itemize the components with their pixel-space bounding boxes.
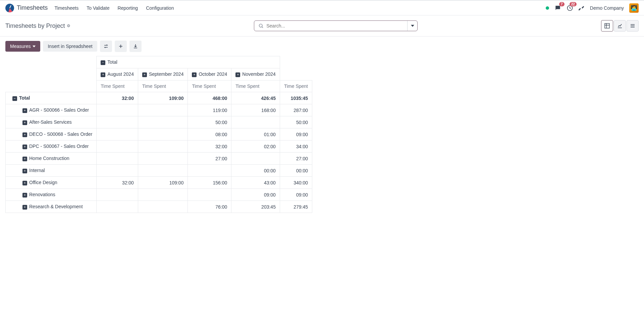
flip-axis-button[interactable]: [100, 41, 112, 52]
cell[interactable]: 27:00: [188, 153, 231, 165]
cell[interactable]: [97, 189, 138, 201]
cell[interactable]: [138, 128, 188, 141]
cell[interactable]: 203:45: [231, 201, 280, 213]
row-label[interactable]: +Research & Development: [6, 201, 97, 213]
expand-icon[interactable]: +: [22, 108, 27, 113]
cell[interactable]: [138, 141, 188, 153]
measures-button[interactable]: Measures: [5, 41, 40, 52]
cell[interactable]: 340:00: [280, 177, 312, 189]
expand-icon[interactable]: +: [22, 157, 27, 161]
expand-icon[interactable]: +: [142, 72, 147, 77]
cell[interactable]: 09:00: [280, 128, 312, 141]
collapse-icon[interactable]: −: [101, 60, 105, 65]
cell[interactable]: [188, 165, 231, 177]
view-graph-button[interactable]: [614, 20, 626, 32]
row-total-label[interactable]: −Total: [6, 92, 97, 104]
nav-to-validate[interactable]: To Validate: [87, 5, 109, 11]
insert-spreadsheet-button[interactable]: Insert in Spreadsheet: [43, 41, 97, 52]
cell[interactable]: 08:00: [188, 128, 231, 141]
expand-icon[interactable]: +: [22, 193, 27, 198]
measure-1[interactable]: Time Spent: [138, 80, 188, 92]
cell[interactable]: [97, 104, 138, 116]
view-list-button[interactable]: [627, 20, 639, 32]
search-options-button[interactable]: [407, 21, 417, 31]
row-label[interactable]: +DECO - S00068 - Sales Order: [6, 128, 97, 141]
cell[interactable]: 50:00: [188, 116, 231, 128]
cell[interactable]: [138, 165, 188, 177]
view-pivot-button[interactable]: [601, 20, 613, 32]
cell-total-3[interactable]: 426:45: [231, 92, 280, 104]
measure-0[interactable]: Time Spent: [97, 80, 138, 92]
cell[interactable]: 43:00: [231, 177, 280, 189]
cell[interactable]: 76:00: [188, 201, 231, 213]
gear-icon[interactable]: ⚙: [67, 23, 70, 28]
expand-icon[interactable]: +: [22, 181, 27, 185]
cell[interactable]: 09:00: [231, 189, 280, 201]
cell-total-4[interactable]: 1035:45: [280, 92, 312, 104]
cell[interactable]: [97, 165, 138, 177]
cell[interactable]: [138, 153, 188, 165]
col-month-2[interactable]: +October 2024: [188, 68, 231, 80]
expand-icon[interactable]: +: [22, 145, 27, 149]
expand-icon[interactable]: +: [22, 120, 27, 125]
cell[interactable]: [97, 128, 138, 141]
company-selector[interactable]: Demo Company: [590, 5, 624, 11]
download-button[interactable]: [129, 41, 142, 52]
col-month-0[interactable]: +August 2024: [97, 68, 138, 80]
cell[interactable]: 00:00: [231, 165, 280, 177]
row-label[interactable]: +Office Design: [6, 177, 97, 189]
row-label[interactable]: +Internal: [6, 165, 97, 177]
row-label[interactable]: +Home Construction: [6, 153, 97, 165]
col-total-header[interactable]: −Total: [97, 56, 280, 68]
cell-total-2[interactable]: 468:00: [188, 92, 231, 104]
expand-icon[interactable]: +: [22, 205, 27, 210]
cell[interactable]: [97, 201, 138, 213]
expand-all-button[interactable]: [115, 41, 127, 52]
measure-total[interactable]: Time Spent: [280, 80, 312, 92]
cell[interactable]: 01:00: [231, 128, 280, 141]
cell[interactable]: 156:00: [188, 177, 231, 189]
cell[interactable]: 32:00: [97, 177, 138, 189]
cell[interactable]: 00:00: [280, 165, 312, 177]
expand-icon[interactable]: +: [22, 132, 27, 137]
nav-reporting[interactable]: Reporting: [117, 5, 138, 11]
search-input[interactable]: [266, 23, 403, 29]
messages-button[interactable]: 7: [554, 5, 561, 11]
cell[interactable]: [138, 104, 188, 116]
expand-icon[interactable]: +: [235, 72, 240, 77]
cell[interactable]: [188, 189, 231, 201]
cell[interactable]: [97, 141, 138, 153]
cell[interactable]: 168:00: [231, 104, 280, 116]
cell[interactable]: [138, 189, 188, 201]
cell-total-0[interactable]: 32:00: [97, 92, 138, 104]
row-label[interactable]: +DPC - S00067 - Sales Order: [6, 141, 97, 153]
row-label[interactable]: +Renovations: [6, 189, 97, 201]
measure-2[interactable]: Time Spent: [188, 80, 231, 92]
expand-icon[interactable]: +: [192, 72, 197, 77]
cell[interactable]: [138, 201, 188, 213]
activities-button[interactable]: 22: [567, 5, 573, 11]
cell[interactable]: 287:00: [280, 104, 312, 116]
cell-total-1[interactable]: 109:00: [138, 92, 188, 104]
cell[interactable]: 119:00: [188, 104, 231, 116]
collapse-icon[interactable]: −: [12, 96, 17, 101]
nav-configuration[interactable]: Configuration: [146, 5, 174, 11]
cell[interactable]: [97, 116, 138, 128]
debug-button[interactable]: [579, 5, 585, 11]
row-label[interactable]: +After-Sales Services: [6, 116, 97, 128]
cell[interactable]: [138, 116, 188, 128]
cell[interactable]: 34:00: [280, 141, 312, 153]
cell[interactable]: 32:00: [188, 141, 231, 153]
cell[interactable]: 279:45: [280, 201, 312, 213]
expand-icon[interactable]: +: [22, 169, 27, 173]
cell[interactable]: [231, 153, 280, 165]
search-input-wrap[interactable]: [254, 21, 407, 31]
cell[interactable]: [231, 116, 280, 128]
cell[interactable]: 27:00: [280, 153, 312, 165]
cell[interactable]: 09:00: [280, 189, 312, 201]
col-month-3[interactable]: +November 2024: [231, 68, 280, 80]
cell[interactable]: 02:00: [231, 141, 280, 153]
cell[interactable]: [97, 153, 138, 165]
brand[interactable]: Timesheets: [5, 4, 48, 12]
measure-3[interactable]: Time Spent: [231, 80, 280, 92]
